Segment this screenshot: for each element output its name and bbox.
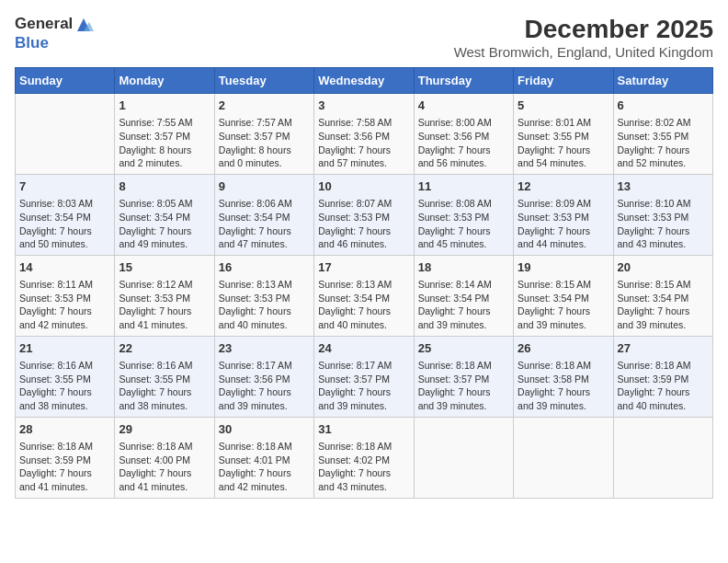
day-number: 11 [418,178,509,195]
day-detail: Daylight: 7 hours [219,304,310,318]
day-detail: Daylight: 7 hours [618,224,709,238]
calendar-cell [514,417,613,498]
day-number: 17 [318,259,409,276]
day-detail: Daylight: 7 hours [119,385,210,399]
day-detail: Sunrise: 8:17 AM [318,359,409,373]
calendar-cell: 17Sunrise: 8:13 AMSunset: 3:54 PMDayligh… [314,255,414,336]
page-title: December 2025 [454,15,713,44]
day-detail: Daylight: 7 hours [618,385,709,399]
calendar-cell: 20Sunrise: 8:15 AMSunset: 3:54 PMDayligh… [613,255,712,336]
calendar-cell: 24Sunrise: 8:17 AMSunset: 3:57 PMDayligh… [314,336,414,417]
day-detail: Sunset: 3:58 PM [518,373,609,386]
calendar-cell: 30Sunrise: 8:18 AMSunset: 4:01 PMDayligh… [214,417,313,498]
day-detail: Sunset: 3:59 PM [618,373,709,386]
calendar-week-row: 21Sunrise: 8:16 AMSunset: 3:55 PMDayligh… [16,336,713,417]
calendar-cell: 15Sunrise: 8:12 AMSunset: 3:53 PMDayligh… [115,255,214,336]
day-detail: and 39 minutes. [418,318,509,332]
calendar-cell: 4Sunrise: 8:00 AMSunset: 3:56 PMDaylight… [414,94,513,175]
calendar-cell: 27Sunrise: 8:18 AMSunset: 3:59 PMDayligh… [613,336,712,417]
calendar-cell [414,417,513,498]
calendar-cell: 5Sunrise: 8:01 AMSunset: 3:55 PMDaylight… [514,94,613,175]
day-detail: Daylight: 7 hours [119,304,210,318]
day-detail: Sunrise: 7:57 AM [219,116,310,130]
day-number: 27 [618,340,709,357]
day-detail: Sunrise: 8:13 AM [219,278,310,292]
day-detail: and 39 minutes. [318,399,409,413]
day-number: 10 [318,178,409,195]
day-detail: Sunrise: 8:16 AM [119,359,210,373]
day-detail: Daylight: 7 hours [19,224,110,238]
day-detail: Sunset: 3:56 PM [418,130,509,144]
day-detail: Sunrise: 8:00 AM [418,116,509,130]
day-detail: and 40 minutes. [318,318,409,332]
calendar-cell: 16Sunrise: 8:13 AMSunset: 3:53 PMDayligh… [214,255,313,336]
day-number: 31 [318,421,409,438]
day-detail: Daylight: 7 hours [19,466,110,480]
day-detail: Sunset: 3:53 PM [219,292,310,305]
day-number: 5 [518,98,609,114]
calendar-cell: 28Sunrise: 8:18 AMSunset: 3:59 PMDayligh… [16,417,115,498]
day-detail: Daylight: 7 hours [418,304,509,318]
day-number: 8 [119,178,210,195]
day-detail: Daylight: 7 hours [219,466,310,480]
day-detail: Sunset: 3:56 PM [219,373,310,386]
day-detail: Sunrise: 8:18 AM [318,440,409,454]
calendar-table: SundayMondayTuesdayWednesdayThursdayFrid… [15,67,713,499]
day-detail: Sunrise: 8:18 AM [219,440,310,454]
day-detail: Daylight: 7 hours [518,304,609,318]
day-detail: Daylight: 7 hours [318,224,409,238]
day-detail: and 50 minutes. [19,237,110,251]
logo-blue: Blue [15,35,94,52]
day-detail: Daylight: 7 hours [219,224,310,238]
day-detail: Sunset: 3:57 PM [119,130,210,144]
day-detail: Daylight: 7 hours [119,466,210,480]
calendar-cell: 18Sunrise: 8:14 AMSunset: 3:54 PMDayligh… [414,255,513,336]
day-detail: Sunset: 3:54 PM [219,211,310,224]
weekday-header: Friday [514,68,613,94]
day-number: 6 [618,98,709,114]
calendar-cell: 9Sunrise: 8:06 AMSunset: 3:54 PMDaylight… [214,174,313,255]
calendar-header-row: SundayMondayTuesdayWednesdayThursdayFrid… [16,68,713,94]
day-detail: Sunrise: 8:14 AM [418,278,509,292]
day-number: 16 [219,259,310,276]
day-detail: Daylight: 7 hours [518,144,609,157]
calendar-cell: 19Sunrise: 8:15 AMSunset: 3:54 PMDayligh… [514,255,613,336]
weekday-header: Tuesday [214,68,313,94]
day-detail: Sunrise: 8:15 AM [518,278,609,292]
calendar-cell: 10Sunrise: 8:07 AMSunset: 3:53 PMDayligh… [314,174,414,255]
day-number: 23 [219,340,310,357]
weekday-header: Sunday [16,68,115,94]
day-detail: Sunrise: 8:16 AM [19,359,110,373]
day-detail: and 57 minutes. [318,156,409,170]
day-detail: Daylight: 7 hours [418,224,509,238]
day-detail: and 41 minutes. [119,480,210,494]
day-number: 1 [119,98,210,114]
day-detail: Daylight: 7 hours [219,385,310,399]
day-detail: Sunset: 3:54 PM [618,292,709,305]
day-detail: Daylight: 7 hours [618,144,709,157]
day-detail: and 46 minutes. [318,237,409,251]
day-number: 29 [119,421,210,438]
day-detail: and 47 minutes. [219,237,310,251]
day-number: 18 [418,259,509,276]
day-detail: and 54 minutes. [518,156,609,170]
day-detail: Sunrise: 8:05 AM [119,197,210,211]
day-detail: and 49 minutes. [119,237,210,251]
calendar-cell: 14Sunrise: 8:11 AMSunset: 3:53 PMDayligh… [16,255,115,336]
day-number: 19 [518,259,609,276]
day-detail: Sunset: 3:53 PM [19,292,110,305]
day-number: 7 [19,178,110,195]
day-detail: and 0 minutes. [219,156,310,170]
day-detail: and 39 minutes. [618,318,709,332]
calendar-cell: 7Sunrise: 8:03 AMSunset: 3:54 PMDaylight… [16,174,115,255]
calendar-cell: 21Sunrise: 8:16 AMSunset: 3:55 PMDayligh… [16,336,115,417]
day-detail: Sunrise: 8:18 AM [19,440,110,454]
day-detail: Sunrise: 8:11 AM [19,278,110,292]
day-detail: Daylight: 7 hours [418,385,509,399]
day-detail: Daylight: 7 hours [19,304,110,318]
day-detail: Sunset: 3:53 PM [418,211,509,224]
day-detail: and 44 minutes. [518,237,609,251]
day-detail: Sunset: 3:57 PM [219,130,310,144]
day-detail: Sunrise: 8:17 AM [219,359,310,373]
day-detail: Sunrise: 8:10 AM [618,197,709,211]
